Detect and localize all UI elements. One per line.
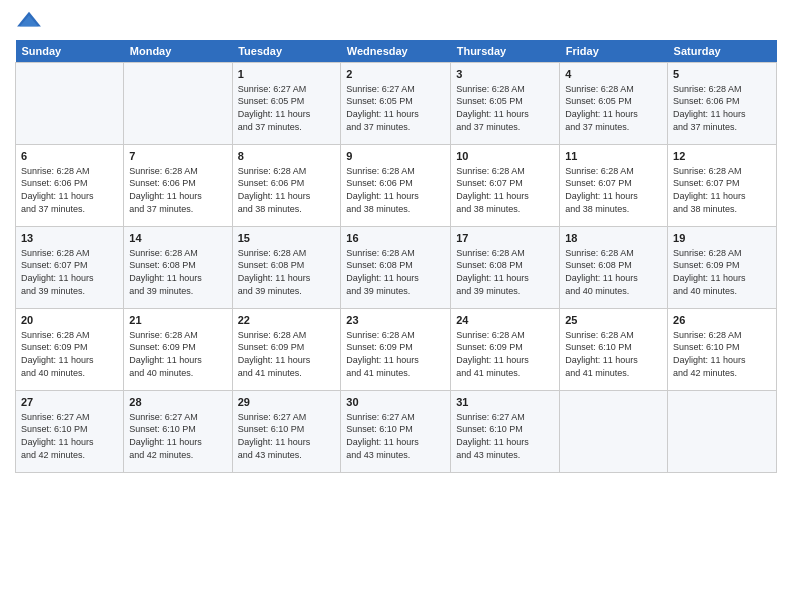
calendar-day-cell: 28Sunrise: 6:27 AM Sunset: 6:10 PM Dayli… bbox=[124, 391, 232, 473]
day-number: 8 bbox=[238, 149, 336, 164]
day-info: Sunrise: 6:28 AM Sunset: 6:10 PM Dayligh… bbox=[565, 329, 662, 379]
logo bbox=[15, 10, 45, 32]
weekday-header-row: SundayMondayTuesdayWednesdayThursdayFrid… bbox=[16, 40, 777, 63]
calendar-day-cell: 6Sunrise: 6:28 AM Sunset: 6:06 PM Daylig… bbox=[16, 145, 124, 227]
day-info: Sunrise: 6:27 AM Sunset: 6:10 PM Dayligh… bbox=[21, 411, 118, 461]
calendar-day-cell: 4Sunrise: 6:28 AM Sunset: 6:05 PM Daylig… bbox=[560, 63, 668, 145]
calendar-day-cell: 29Sunrise: 6:27 AM Sunset: 6:10 PM Dayli… bbox=[232, 391, 341, 473]
calendar-body: 1Sunrise: 6:27 AM Sunset: 6:05 PM Daylig… bbox=[16, 63, 777, 473]
day-info: Sunrise: 6:28 AM Sunset: 6:09 PM Dayligh… bbox=[21, 329, 118, 379]
calendar-day-cell: 26Sunrise: 6:28 AM Sunset: 6:10 PM Dayli… bbox=[668, 309, 777, 391]
day-info: Sunrise: 6:27 AM Sunset: 6:10 PM Dayligh… bbox=[456, 411, 554, 461]
logo-icon bbox=[15, 10, 43, 32]
weekday-header-cell: Wednesday bbox=[341, 40, 451, 63]
weekday-header-cell: Saturday bbox=[668, 40, 777, 63]
calendar-day-cell: 22Sunrise: 6:28 AM Sunset: 6:09 PM Dayli… bbox=[232, 309, 341, 391]
calendar-day-cell: 25Sunrise: 6:28 AM Sunset: 6:10 PM Dayli… bbox=[560, 309, 668, 391]
calendar-day-cell: 2Sunrise: 6:27 AM Sunset: 6:05 PM Daylig… bbox=[341, 63, 451, 145]
calendar-day-cell: 31Sunrise: 6:27 AM Sunset: 6:10 PM Dayli… bbox=[451, 391, 560, 473]
calendar-day-cell: 30Sunrise: 6:27 AM Sunset: 6:10 PM Dayli… bbox=[341, 391, 451, 473]
calendar-day-cell: 17Sunrise: 6:28 AM Sunset: 6:08 PM Dayli… bbox=[451, 227, 560, 309]
day-info: Sunrise: 6:28 AM Sunset: 6:06 PM Dayligh… bbox=[21, 165, 118, 215]
day-number: 10 bbox=[456, 149, 554, 164]
day-number: 28 bbox=[129, 395, 226, 410]
calendar-day-cell bbox=[16, 63, 124, 145]
day-info: Sunrise: 6:28 AM Sunset: 6:09 PM Dayligh… bbox=[346, 329, 445, 379]
day-info: Sunrise: 6:28 AM Sunset: 6:08 PM Dayligh… bbox=[456, 247, 554, 297]
day-number: 14 bbox=[129, 231, 226, 246]
header bbox=[15, 10, 777, 32]
calendar-day-cell: 20Sunrise: 6:28 AM Sunset: 6:09 PM Dayli… bbox=[16, 309, 124, 391]
calendar-container: SundayMondayTuesdayWednesdayThursdayFrid… bbox=[0, 0, 792, 483]
calendar-day-cell: 11Sunrise: 6:28 AM Sunset: 6:07 PM Dayli… bbox=[560, 145, 668, 227]
calendar-day-cell: 23Sunrise: 6:28 AM Sunset: 6:09 PM Dayli… bbox=[341, 309, 451, 391]
day-info: Sunrise: 6:28 AM Sunset: 6:09 PM Dayligh… bbox=[129, 329, 226, 379]
calendar-day-cell: 9Sunrise: 6:28 AM Sunset: 6:06 PM Daylig… bbox=[341, 145, 451, 227]
weekday-header-cell: Thursday bbox=[451, 40, 560, 63]
day-info: Sunrise: 6:28 AM Sunset: 6:05 PM Dayligh… bbox=[456, 83, 554, 133]
calendar-day-cell: 5Sunrise: 6:28 AM Sunset: 6:06 PM Daylig… bbox=[668, 63, 777, 145]
day-number: 31 bbox=[456, 395, 554, 410]
calendar-day-cell: 1Sunrise: 6:27 AM Sunset: 6:05 PM Daylig… bbox=[232, 63, 341, 145]
day-number: 24 bbox=[456, 313, 554, 328]
day-info: Sunrise: 6:28 AM Sunset: 6:08 PM Dayligh… bbox=[565, 247, 662, 297]
calendar-week-row: 20Sunrise: 6:28 AM Sunset: 6:09 PM Dayli… bbox=[16, 309, 777, 391]
day-info: Sunrise: 6:28 AM Sunset: 6:08 PM Dayligh… bbox=[129, 247, 226, 297]
calendar-day-cell: 7Sunrise: 6:28 AM Sunset: 6:06 PM Daylig… bbox=[124, 145, 232, 227]
calendar-day-cell: 8Sunrise: 6:28 AM Sunset: 6:06 PM Daylig… bbox=[232, 145, 341, 227]
day-info: Sunrise: 6:28 AM Sunset: 6:10 PM Dayligh… bbox=[673, 329, 771, 379]
day-number: 5 bbox=[673, 67, 771, 82]
day-number: 11 bbox=[565, 149, 662, 164]
day-info: Sunrise: 6:28 AM Sunset: 6:06 PM Dayligh… bbox=[238, 165, 336, 215]
day-info: Sunrise: 6:28 AM Sunset: 6:07 PM Dayligh… bbox=[565, 165, 662, 215]
day-info: Sunrise: 6:27 AM Sunset: 6:05 PM Dayligh… bbox=[238, 83, 336, 133]
day-number: 26 bbox=[673, 313, 771, 328]
calendar-day-cell: 15Sunrise: 6:28 AM Sunset: 6:08 PM Dayli… bbox=[232, 227, 341, 309]
day-number: 13 bbox=[21, 231, 118, 246]
weekday-header-cell: Friday bbox=[560, 40, 668, 63]
day-number: 29 bbox=[238, 395, 336, 410]
day-number: 16 bbox=[346, 231, 445, 246]
day-number: 15 bbox=[238, 231, 336, 246]
day-info: Sunrise: 6:28 AM Sunset: 6:08 PM Dayligh… bbox=[346, 247, 445, 297]
day-info: Sunrise: 6:28 AM Sunset: 6:07 PM Dayligh… bbox=[456, 165, 554, 215]
day-info: Sunrise: 6:28 AM Sunset: 6:06 PM Dayligh… bbox=[346, 165, 445, 215]
day-number: 27 bbox=[21, 395, 118, 410]
day-number: 2 bbox=[346, 67, 445, 82]
weekday-header-cell: Tuesday bbox=[232, 40, 341, 63]
day-info: Sunrise: 6:28 AM Sunset: 6:07 PM Dayligh… bbox=[21, 247, 118, 297]
day-number: 22 bbox=[238, 313, 336, 328]
calendar-day-cell bbox=[560, 391, 668, 473]
calendar-day-cell: 16Sunrise: 6:28 AM Sunset: 6:08 PM Dayli… bbox=[341, 227, 451, 309]
weekday-header-cell: Monday bbox=[124, 40, 232, 63]
calendar-day-cell: 13Sunrise: 6:28 AM Sunset: 6:07 PM Dayli… bbox=[16, 227, 124, 309]
day-info: Sunrise: 6:28 AM Sunset: 6:07 PM Dayligh… bbox=[673, 165, 771, 215]
calendar-day-cell: 21Sunrise: 6:28 AM Sunset: 6:09 PM Dayli… bbox=[124, 309, 232, 391]
day-number: 12 bbox=[673, 149, 771, 164]
calendar-day-cell: 14Sunrise: 6:28 AM Sunset: 6:08 PM Dayli… bbox=[124, 227, 232, 309]
day-number: 3 bbox=[456, 67, 554, 82]
day-number: 7 bbox=[129, 149, 226, 164]
day-number: 30 bbox=[346, 395, 445, 410]
calendar-day-cell: 10Sunrise: 6:28 AM Sunset: 6:07 PM Dayli… bbox=[451, 145, 560, 227]
day-info: Sunrise: 6:28 AM Sunset: 6:09 PM Dayligh… bbox=[456, 329, 554, 379]
calendar-week-row: 6Sunrise: 6:28 AM Sunset: 6:06 PM Daylig… bbox=[16, 145, 777, 227]
day-info: Sunrise: 6:28 AM Sunset: 6:09 PM Dayligh… bbox=[238, 329, 336, 379]
day-info: Sunrise: 6:28 AM Sunset: 6:05 PM Dayligh… bbox=[565, 83, 662, 133]
day-info: Sunrise: 6:27 AM Sunset: 6:10 PM Dayligh… bbox=[129, 411, 226, 461]
day-number: 25 bbox=[565, 313, 662, 328]
calendar-day-cell bbox=[124, 63, 232, 145]
day-number: 23 bbox=[346, 313, 445, 328]
day-number: 19 bbox=[673, 231, 771, 246]
calendar-day-cell: 19Sunrise: 6:28 AM Sunset: 6:09 PM Dayli… bbox=[668, 227, 777, 309]
day-number: 20 bbox=[21, 313, 118, 328]
calendar-week-row: 1Sunrise: 6:27 AM Sunset: 6:05 PM Daylig… bbox=[16, 63, 777, 145]
day-info: Sunrise: 6:28 AM Sunset: 6:08 PM Dayligh… bbox=[238, 247, 336, 297]
day-info: Sunrise: 6:27 AM Sunset: 6:05 PM Dayligh… bbox=[346, 83, 445, 133]
calendar-day-cell: 3Sunrise: 6:28 AM Sunset: 6:05 PM Daylig… bbox=[451, 63, 560, 145]
calendar-day-cell: 24Sunrise: 6:28 AM Sunset: 6:09 PM Dayli… bbox=[451, 309, 560, 391]
day-number: 6 bbox=[21, 149, 118, 164]
day-number: 21 bbox=[129, 313, 226, 328]
calendar-day-cell bbox=[668, 391, 777, 473]
day-number: 18 bbox=[565, 231, 662, 246]
